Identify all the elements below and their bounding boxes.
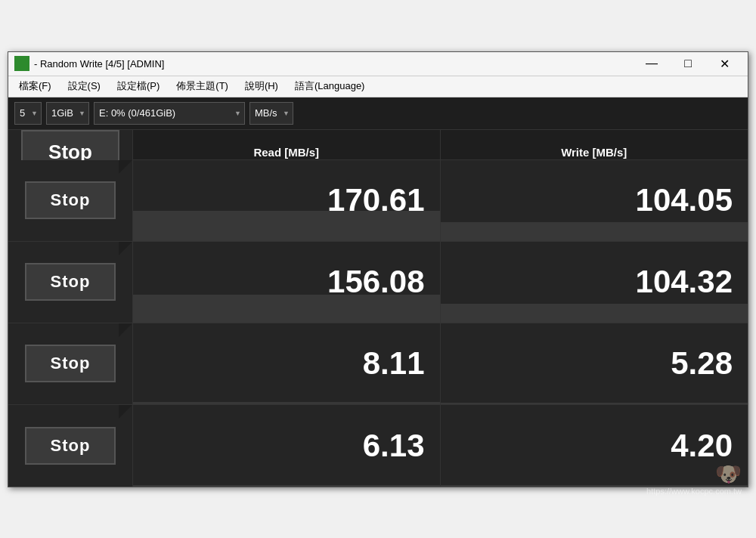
data-row-2: Stop156.08104.32: [8, 242, 748, 323]
content-area: Stop Read [MB/s] Write [MB/s] Stop170.61…: [8, 130, 748, 487]
unit-select[interactable]: MB/s: [249, 102, 293, 125]
read-value-2: 156.08: [133, 242, 441, 323]
write-text-3: 5.28: [671, 345, 733, 382]
menu-file[interactable]: 檔案(F): [11, 76, 59, 97]
write-text-4: 4.20: [671, 428, 733, 464]
data-row-1: Stop170.61104.05: [8, 160, 748, 242]
unit-select-wrapper: MB/s: [249, 102, 293, 125]
stop-button-3[interactable]: Stop: [25, 345, 116, 382]
window-title: - Random Write [4/5] [ADMIN]: [34, 58, 634, 70]
drive-select-wrapper: E: 0% (0/461GiB): [94, 102, 245, 125]
stop-cell-4: Stop: [8, 405, 133, 487]
maximize-button[interactable]: □: [671, 52, 705, 75]
header-row: Stop Read [MB/s] Write [MB/s]: [8, 130, 748, 160]
read-text-1: 170.61: [327, 182, 424, 218]
stop-cell-3: Stop: [8, 323, 133, 404]
read-text-2: 156.08: [327, 264, 424, 300]
app-icon: [14, 56, 29, 71]
main-window: - Random Write [4/5] [ADMIN] — □ ✕ 檔案(F)…: [8, 51, 748, 487]
data-rows: Stop170.61104.05Stop156.08104.32Stop8.11…: [8, 160, 748, 487]
count-select-wrapper: 5: [14, 102, 42, 125]
data-row-4: Stop6.134.20: [8, 405, 748, 487]
size-select-wrapper: 1GiB: [46, 102, 89, 125]
write-text-1: 104.05: [636, 182, 733, 218]
title-bar: - Random Write [4/5] [ADMIN] — □ ✕: [8, 52, 748, 76]
read-text-3: 8.11: [363, 345, 425, 382]
write-value-1: 104.05: [441, 160, 748, 241]
window-controls: — □ ✕: [634, 52, 742, 75]
stop-button-1[interactable]: Stop: [25, 181, 116, 219]
write-value-3: 5.28: [441, 323, 748, 404]
count-select[interactable]: 5: [14, 102, 42, 125]
read-text-4: 6.13: [363, 428, 425, 464]
data-row-3: Stop8.115.28: [8, 323, 748, 405]
read-value-4: 6.13: [133, 405, 441, 487]
menu-language[interactable]: 語言(Language): [287, 76, 373, 97]
read-value-1: 170.61: [133, 160, 441, 241]
close-button[interactable]: ✕: [707, 52, 742, 75]
write-text-2: 104.32: [636, 264, 733, 300]
read-value-3: 8.11: [133, 323, 441, 404]
menu-theme[interactable]: 佈景主題(T): [169, 76, 236, 97]
drive-select[interactable]: E: 0% (0/461GiB): [94, 102, 245, 125]
watermark-url: https://www.kocpc.com.tw: [646, 487, 742, 496]
toolbar: 5 1GiB E: 0% (0/461GiB) MB/s: [8, 97, 748, 130]
size-select[interactable]: 1GiB: [46, 102, 89, 125]
menu-bar: 檔案(F) 設定(S) 設定檔(P) 佈景主題(T) 說明(H) 語言(Lang…: [8, 76, 748, 97]
stop-cell-1: Stop: [8, 160, 133, 241]
minimize-button[interactable]: —: [634, 52, 669, 75]
stop-button-2[interactable]: Stop: [25, 263, 116, 301]
menu-help[interactable]: 說明(H): [237, 76, 286, 97]
write-value-2: 104.32: [441, 242, 748, 323]
stop-button-4[interactable]: Stop: [25, 427, 116, 465]
menu-profile[interactable]: 設定檔(P): [110, 76, 167, 97]
stop-cell-2: Stop: [8, 242, 133, 323]
menu-settings[interactable]: 設定(S): [60, 76, 108, 97]
